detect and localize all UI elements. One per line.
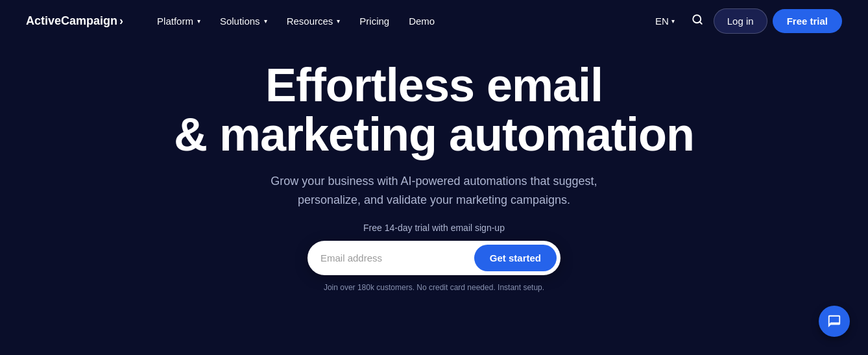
chat-button[interactable] <box>819 306 850 337</box>
hero-title: Effortless email & marketing automation <box>174 61 694 159</box>
navbar: ActiveCampaign › Platform ▾ Solutions ▾ … <box>0 0 868 42</box>
svg-line-1 <box>699 21 701 23</box>
chevron-down-icon: ▾ <box>264 18 267 25</box>
chevron-down-icon: ▾ <box>671 18 675 25</box>
get-started-button[interactable]: Get started <box>474 245 557 271</box>
nav-right: EN ▾ Log in Free trial <box>649 8 842 34</box>
nav-item-platform[interactable]: Platform ▾ <box>149 10 208 32</box>
hero-subtitle: Grow your business with AI-powered autom… <box>252 172 616 210</box>
hero-section: Effortless email & marketing automation … <box>0 42 868 292</box>
nav-item-pricing[interactable]: Pricing <box>352 10 397 32</box>
nav-links: Platform ▾ Solutions ▾ Resources ▾ Prici… <box>149 10 649 32</box>
hero-trial-note: Free 14-day trial with email sign-up <box>363 223 505 233</box>
nav-item-resources[interactable]: Resources ▾ <box>279 10 348 32</box>
email-input[interactable] <box>320 247 474 269</box>
login-button[interactable]: Log in <box>714 8 767 34</box>
free-trial-button[interactable]: Free trial <box>773 9 842 33</box>
chevron-down-icon: ▾ <box>337 18 340 25</box>
chevron-down-icon: ▾ <box>197 18 200 25</box>
nav-item-demo[interactable]: Demo <box>401 10 442 32</box>
logo-text: ActiveCampaign <box>26 14 117 28</box>
nav-item-solutions[interactable]: Solutions ▾ <box>212 10 275 32</box>
hero-disclaimer: Join over 180k customers. No credit card… <box>324 283 544 292</box>
logo[interactable]: ActiveCampaign › <box>26 14 123 28</box>
email-form: Get started <box>307 241 561 275</box>
language-selector[interactable]: EN ▾ <box>649 10 681 32</box>
logo-arrow: › <box>119 14 123 28</box>
search-button[interactable] <box>686 8 708 33</box>
